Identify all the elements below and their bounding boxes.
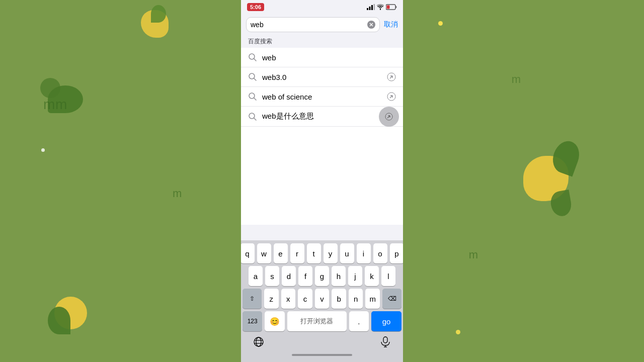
key-e[interactable]: e [274,243,288,263]
mic-icon[interactable] [379,336,391,348]
suggestion-text-webmeans: web是什么意思 [262,112,396,121]
key-g[interactable]: g [315,266,329,286]
key-y[interactable]: y [324,243,338,263]
svg-line-18 [254,98,257,101]
svg-rect-1 [369,7,371,10]
search-icon-4 [248,112,257,121]
key-l[interactable]: l [381,266,395,286]
key-m[interactable]: m [365,289,380,309]
svg-rect-33 [383,337,387,343]
suggestion-item-webmeans[interactable]: web是什么意思 [241,107,403,127]
suggestion-text-web3: web3.0 [262,73,382,81]
key-b[interactable]: b [332,289,346,309]
key-v[interactable]: v [315,289,330,309]
deco-squiggle-3: m [173,187,182,200]
svg-rect-6 [387,6,390,9]
clear-button[interactable] [367,21,375,29]
status-bar: 5:06 [241,0,403,14]
suggestion-text-web: web [262,53,396,62]
key-z[interactable]: z [264,289,279,309]
suggestion-item-web[interactable]: web [241,48,403,67]
svg-point-29 [254,337,263,346]
search-input[interactable]: web [251,21,367,29]
phone-frame: 5:06 we [241,0,403,362]
search-bar-row: web 取消 [241,14,403,35]
bottom-bar-row [243,334,401,350]
key-k[interactable]: k [365,266,379,286]
key-t[interactable]: t [307,243,321,263]
home-bar [292,354,352,356]
deco-dot-3 [456,330,460,334]
svg-rect-5 [396,6,397,8]
keyboard-row-2: a s d f g h j k l [243,266,401,286]
deco-leaf-1 [151,5,166,23]
keyboard-row-4: 123 😊 打开浏览器 . go [243,311,401,331]
circle-arrow-icon [385,113,393,121]
arrow-icon-3 [387,92,396,101]
deco-dot-1 [41,148,45,152]
svg-rect-3 [374,4,375,10]
keyboard-row-1: q w e r t y u i o p [243,243,401,263]
suggestion-item-webofscience[interactable]: web of science [241,87,403,107]
svg-line-24 [254,118,257,120]
signal-icon [367,4,375,10]
globe-icon[interactable] [253,336,265,348]
deco-squiggle-4: m [469,248,478,261]
deco-squiggle-1: m [43,97,55,113]
deco-squiggle-5: m [512,73,521,86]
svg-line-12 [254,78,257,81]
svg-line-10 [254,59,257,61]
svg-rect-2 [371,5,373,10]
status-time: 5:06 [247,3,264,11]
svg-rect-0 [367,8,368,10]
key-p[interactable]: p [390,243,404,263]
svg-point-30 [256,337,261,346]
search-icon-3 [248,92,257,101]
deco-bubble-2 [40,78,60,98]
key-u[interactable]: u [340,243,354,263]
key-123[interactable]: 123 [243,311,262,331]
keyboard: q w e r t y u i o p a s d f g h j k l ⇧ … [241,240,403,362]
deco-leaf-4 [48,307,70,334]
search-icon-2 [248,72,257,81]
key-n[interactable]: n [349,289,363,309]
key-q[interactable]: q [241,243,255,263]
key-go[interactable]: go [371,311,401,331]
key-space[interactable]: 打开浏览器 [287,311,347,331]
key-dot[interactable]: . [349,311,369,331]
key-delete[interactable]: ⌫ [382,289,401,309]
key-x[interactable]: x [281,289,296,309]
key-h[interactable]: h [332,266,346,286]
circle-overlay-button[interactable] [379,107,399,127]
key-c[interactable]: c [298,289,312,309]
suggestion-text-webofscience: web of science [262,93,382,101]
cancel-button[interactable]: 取消 [384,20,398,29]
arrow-icon-2 [387,72,396,81]
key-a[interactable]: a [249,266,263,286]
key-s[interactable]: s [265,266,279,286]
key-i[interactable]: i [357,243,371,263]
deco-dot-2 [438,21,443,26]
key-o[interactable]: o [373,243,387,263]
keyboard-row-3: ⇧ z x c v b n m ⌫ [243,289,401,309]
key-j[interactable]: j [348,266,362,286]
wifi-icon [377,4,384,10]
search-input-container[interactable]: web [246,17,380,32]
key-w[interactable]: w [257,243,271,263]
status-icons [367,4,397,10]
search-icon-1 [248,53,257,62]
battery-icon [386,4,397,10]
suggestions-container: 百度搜索 web web3.0 [241,35,403,127]
key-f[interactable]: f [298,266,312,286]
suggestion-item-web3[interactable]: web3.0 [241,67,403,87]
key-r[interactable]: r [290,243,304,263]
empty-area [241,127,403,225]
home-indicator [243,350,401,360]
section-header: 百度搜索 [241,35,403,48]
deco-squiggle-2: m [55,97,67,113]
key-emoji[interactable]: 😊 [265,311,284,331]
key-shift[interactable]: ⇧ [243,289,262,309]
key-d[interactable]: d [282,266,296,286]
